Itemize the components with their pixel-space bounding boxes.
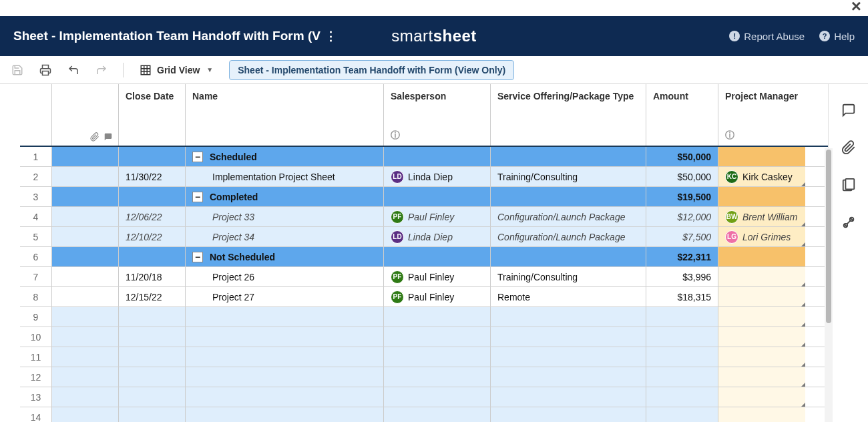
row-attachment-cell[interactable]	[52, 247, 119, 266]
cell-project-manager[interactable]: KCKirk Caskey	[718, 167, 805, 186]
row-attachment-cell[interactable]	[52, 407, 119, 422]
cell-close-date[interactable]: 11/30/22	[119, 167, 186, 186]
cell-name[interactable]	[186, 407, 384, 422]
cell-salesperson[interactable]	[384, 307, 491, 327]
info-icon[interactable]: ⓘ	[725, 130, 799, 142]
cell-close-date[interactable]: 12/06/22	[119, 207, 186, 226]
cell-service[interactable]: Remote	[491, 287, 646, 306]
dropdown-indicator-icon[interactable]	[801, 363, 805, 367]
row-number[interactable]: 14	[20, 407, 52, 422]
redo-button[interactable]	[91, 59, 112, 81]
cell-project-manager[interactable]	[718, 287, 805, 306]
cell-name[interactable]	[186, 387, 384, 407]
row-attachment-cell[interactable]	[52, 347, 119, 367]
cell-service[interactable]	[491, 247, 646, 266]
cell-amount[interactable]: $50,000	[646, 147, 718, 166]
cell-amount[interactable]	[646, 387, 718, 407]
cell-close-date[interactable]	[119, 347, 186, 367]
cell-name[interactable]: Project 33	[186, 207, 384, 226]
cell-service[interactable]: Training/Consulting	[491, 267, 646, 286]
cell-close-date[interactable]: 12/10/22	[119, 227, 186, 246]
cell-amount[interactable]: $3,996	[646, 267, 718, 286]
table-row[interactable]: 14	[20, 407, 828, 422]
cell-project-manager[interactable]: BWBrent William	[718, 207, 805, 226]
cell-service[interactable]	[491, 187, 646, 206]
comments-panel-button[interactable]	[841, 103, 856, 118]
table-row[interactable]: 9	[20, 307, 828, 327]
row-number[interactable]: 2	[20, 167, 52, 186]
cell-close-date[interactable]	[119, 327, 186, 347]
cell-salesperson[interactable]	[384, 407, 491, 422]
cell-project-manager[interactable]	[718, 327, 805, 347]
row-attachment-cell[interactable]	[52, 147, 119, 166]
table-row[interactable]: 12	[20, 367, 828, 387]
cell-salesperson[interactable]	[384, 367, 491, 387]
table-row[interactable]: 3−Completed$19,500	[20, 187, 828, 207]
dropdown-indicator-icon[interactable]	[801, 343, 805, 347]
cell-service[interactable]	[491, 367, 646, 387]
view-switcher[interactable]: Grid View ▼	[134, 61, 218, 79]
cell-close-date[interactable]	[119, 367, 186, 387]
cell-name[interactable]: Project 26	[186, 267, 384, 286]
row-number[interactable]: 6	[20, 247, 52, 266]
cell-service[interactable]	[491, 307, 646, 327]
cell-salesperson[interactable]	[384, 187, 491, 206]
row-attachment-cell[interactable]	[52, 287, 119, 306]
cell-project-manager[interactable]	[718, 267, 805, 286]
row-number[interactable]: 12	[20, 367, 52, 387]
dropdown-indicator-icon[interactable]	[801, 222, 805, 226]
cell-name[interactable]: −Scheduled	[186, 147, 384, 166]
vertical-scrollbar[interactable]	[825, 148, 833, 422]
row-number[interactable]: 7	[20, 267, 52, 286]
cell-amount[interactable]: $50,000	[646, 167, 718, 186]
table-row[interactable]: 412/06/22Project 33PFPaul FinleyConfigur…	[20, 207, 828, 227]
row-attachment-cell[interactable]	[52, 207, 119, 226]
scrollbar-thumb[interactable]	[826, 150, 831, 323]
cell-close-date[interactable]	[119, 407, 186, 422]
cell-project-manager[interactable]	[718, 387, 805, 407]
row-number[interactable]: 9	[20, 307, 52, 327]
connections-panel-button[interactable]	[841, 215, 856, 230]
cell-close-date[interactable]: 12/15/22	[119, 287, 186, 306]
help-link[interactable]: ? Help	[819, 31, 855, 42]
col-service[interactable]: Service Offering/Package Type	[491, 84, 646, 146]
col-project-manager[interactable]: Project Manager ⓘ	[718, 84, 805, 146]
row-attachment-cell[interactable]	[52, 167, 119, 186]
row-number[interactable]: 4	[20, 207, 52, 226]
cell-name[interactable]: −Completed	[186, 187, 384, 206]
cell-salesperson[interactable]: PFPaul Finley	[384, 287, 491, 306]
cell-name[interactable]: −Not Scheduled	[186, 247, 384, 266]
table-row[interactable]: 211/30/22Implementation Project SheetLDL…	[20, 167, 828, 187]
cell-amount[interactable]: $18,315	[646, 287, 718, 306]
table-row[interactable]: 812/15/22Project 27PFPaul FinleyRemote$1…	[20, 287, 828, 307]
cell-project-manager[interactable]	[718, 147, 805, 166]
dropdown-indicator-icon[interactable]	[801, 403, 805, 407]
attachment-icon[interactable]	[90, 132, 99, 142]
collapse-toggle[interactable]: −	[192, 152, 203, 162]
cell-amount[interactable]	[646, 347, 718, 367]
dropdown-indicator-icon[interactable]	[801, 302, 805, 306]
row-number[interactable]: 10	[20, 327, 52, 347]
proofs-panel-button[interactable]	[841, 178, 856, 192]
dropdown-indicator-icon[interactable]	[801, 282, 805, 286]
cell-name[interactable]: Project 27	[186, 287, 384, 306]
save-button[interactable]	[7, 59, 28, 81]
cell-service[interactable]: Configuration/Launch Package	[491, 227, 646, 246]
cell-close-date[interactable]	[119, 387, 186, 407]
cell-salesperson[interactable]: LDLinda Diep	[384, 167, 491, 186]
cell-amount[interactable]: $19,500	[646, 187, 718, 206]
cell-amount[interactable]: $22,311	[646, 247, 718, 266]
cell-service[interactable]: Configuration/Launch Package	[491, 207, 646, 226]
title-overflow-icon[interactable]: ⋮	[324, 29, 337, 44]
row-number[interactable]: 5	[20, 227, 52, 246]
cell-salesperson[interactable]	[384, 327, 491, 347]
cell-close-date[interactable]: 11/20/18	[119, 267, 186, 286]
collapse-toggle[interactable]: −	[192, 192, 203, 202]
collapse-toggle[interactable]: −	[192, 252, 203, 262]
cell-close-date[interactable]	[119, 187, 186, 206]
table-row[interactable]: 11	[20, 347, 828, 367]
cell-close-date[interactable]	[119, 247, 186, 266]
cell-salesperson[interactable]	[384, 347, 491, 367]
row-number[interactable]: 3	[20, 187, 52, 206]
dropdown-indicator-icon[interactable]	[801, 242, 805, 246]
